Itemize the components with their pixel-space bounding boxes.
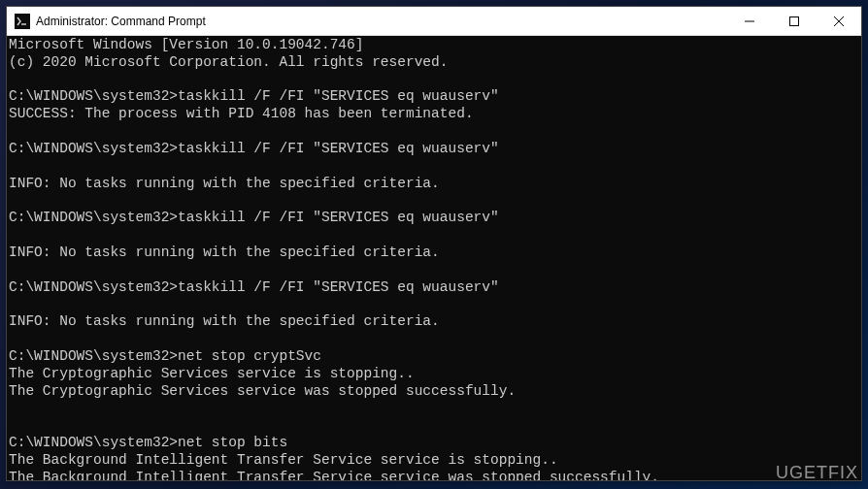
window-title: Administrator: Command Prompt <box>36 15 727 28</box>
minimize-button[interactable] <box>727 7 772 35</box>
window-controls <box>727 7 861 35</box>
cmd-icon <box>15 14 30 29</box>
maximize-button[interactable] <box>772 7 817 35</box>
terminal-output[interactable]: Microsoft Windows [Version 10.0.19042.74… <box>7 36 861 480</box>
watermark-text: UGETFIX <box>776 463 858 483</box>
svg-rect-0 <box>15 14 30 29</box>
svg-rect-3 <box>790 16 799 25</box>
close-button[interactable] <box>817 7 861 35</box>
command-prompt-window: Administrator: Command Prompt Microsoft … <box>6 6 862 481</box>
titlebar[interactable]: Administrator: Command Prompt <box>7 7 861 36</box>
